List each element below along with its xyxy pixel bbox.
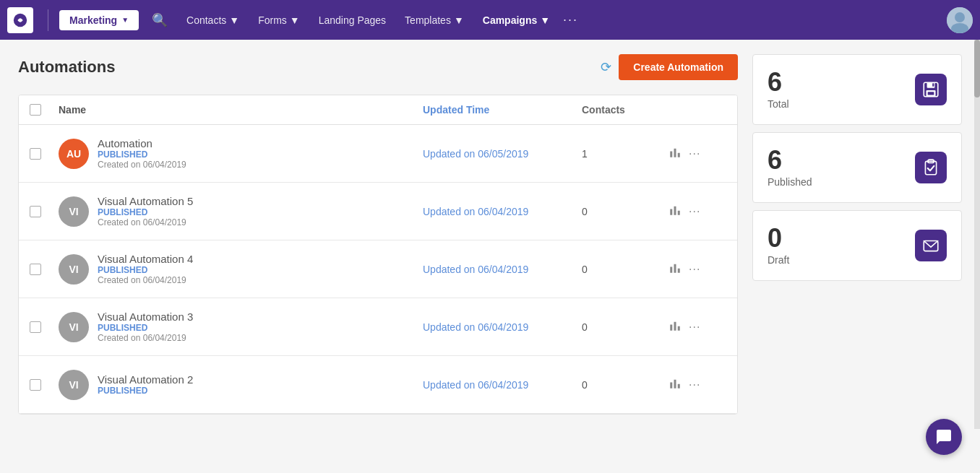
more-options-icon-4[interactable]: ··· xyxy=(689,378,700,391)
col-contacts-header: Contacts xyxy=(582,104,669,116)
row-status-4: PUBLISHED xyxy=(98,386,193,396)
table-body: AU Automation PUBLISHED Created on 06/04… xyxy=(19,125,737,414)
stat-total-icon xyxy=(915,74,947,105)
row-contacts-1: 0 xyxy=(582,206,669,217)
row-updated-0: Updated on 06/05/2019 xyxy=(423,148,582,160)
more-options-icon-0[interactable]: ··· xyxy=(689,147,700,160)
svg-rect-8 xyxy=(674,206,676,214)
row-updated-2: Updated on 06/04/2019 xyxy=(423,264,582,275)
svg-rect-18 xyxy=(678,383,680,388)
row-avatar-0: AU xyxy=(59,139,89,169)
select-all-checkbox[interactable] xyxy=(30,104,41,116)
nav-more-icon[interactable]: ··· xyxy=(563,12,578,27)
stat-draft-card: 0 Draft xyxy=(752,210,962,281)
bar-chart-icon-2[interactable] xyxy=(669,261,682,277)
row-checkbox-3[interactable] xyxy=(30,321,41,333)
svg-rect-5 xyxy=(674,148,676,157)
row-name-4: Visual Automation 2 xyxy=(98,373,193,386)
campaigns-chevron-icon: ▼ xyxy=(540,14,550,26)
row-name-block-3: VI Visual Automation 3 PUBLISHED Created… xyxy=(59,311,423,343)
svg-rect-13 xyxy=(670,324,672,330)
nav-templates[interactable]: Templates ▼ xyxy=(399,10,470,30)
row-name-block-0: AU Automation PUBLISHED Created on 06/04… xyxy=(59,137,423,170)
bar-chart-icon-0[interactable] xyxy=(669,146,682,162)
row-name-0: Automation xyxy=(98,137,186,149)
more-options-icon-3[interactable]: ··· xyxy=(689,321,700,334)
nav-contacts[interactable]: Contacts ▼ xyxy=(181,10,245,30)
stat-published-card: 6 Published xyxy=(752,132,962,203)
row-checkbox-1[interactable] xyxy=(30,206,41,217)
bar-chart-icon-3[interactable] xyxy=(669,319,682,335)
row-checkbox-4[interactable] xyxy=(30,379,41,391)
refresh-icon: ⟳ xyxy=(601,60,611,74)
col-updated-header[interactable]: Updated Time xyxy=(423,104,582,116)
forms-chevron-icon: ▼ xyxy=(290,14,300,26)
search-icon[interactable]: 🔍 xyxy=(152,12,168,28)
marketing-label: Marketing xyxy=(69,14,117,26)
row-avatar-4: VI xyxy=(59,370,89,400)
stat-draft-left: 0 Draft xyxy=(768,225,789,266)
avatar[interactable] xyxy=(947,7,973,33)
col-name-header: Name xyxy=(59,104,423,116)
row-name-block-2: VI Visual Automation 4 PUBLISHED Created… xyxy=(59,253,423,285)
topnav: Marketing ▼ 🔍 Contacts ▼ Forms ▼ Landing… xyxy=(0,0,980,40)
left-panel: Automations ⟳ Create Automation Name Upd… xyxy=(18,54,738,415)
contacts-chevron-icon: ▼ xyxy=(229,14,239,26)
svg-rect-10 xyxy=(670,266,672,272)
stat-total-value: 6 xyxy=(768,69,789,95)
row-status-3: PUBLISHED xyxy=(98,323,193,333)
table-row: AU Automation PUBLISHED Created on 06/04… xyxy=(19,125,737,183)
row-name-2: Visual Automation 4 xyxy=(98,253,193,265)
automations-table: Name Updated Time Contacts AU Automation… xyxy=(18,95,738,415)
svg-rect-14 xyxy=(674,321,676,330)
svg-rect-6 xyxy=(678,152,680,157)
row-status-2: PUBLISHED xyxy=(98,265,193,275)
templates-chevron-icon: ▼ xyxy=(454,14,464,26)
scrollbar-thumb[interactable] xyxy=(974,40,980,97)
table-row: VI Visual Automation 5 PUBLISHED Created… xyxy=(19,183,737,240)
row-contacts-0: 1 xyxy=(582,148,669,160)
marketing-dropdown-button[interactable]: Marketing ▼ xyxy=(59,10,139,30)
stat-total-card: 6 Total xyxy=(752,54,962,125)
nav-landing-pages[interactable]: Landing Pages xyxy=(313,10,392,30)
row-checkbox-0[interactable] xyxy=(30,148,41,160)
row-avatar-1: VI xyxy=(59,196,89,227)
table-header: Name Updated Time Contacts xyxy=(19,95,737,125)
row-name-block-1: VI Visual Automation 5 PUBLISHED Created… xyxy=(59,195,423,227)
svg-rect-11 xyxy=(674,264,676,272)
row-updated-3: Updated on 06/04/2019 xyxy=(423,321,582,333)
row-created-0: Created on 06/04/2019 xyxy=(98,160,186,170)
row-avatar-3: VI xyxy=(59,312,89,342)
nav-forms[interactable]: Forms ▼ xyxy=(252,10,306,30)
svg-rect-16 xyxy=(670,382,672,388)
stat-draft-value: 0 xyxy=(768,225,789,251)
row-created-3: Created on 06/04/2019 xyxy=(98,333,193,343)
nav-campaigns[interactable]: Campaigns ▼ xyxy=(477,10,556,30)
svg-rect-17 xyxy=(674,379,676,388)
row-checkbox-2[interactable] xyxy=(30,264,41,275)
table-row: VI Visual Automation 2 PUBLISHED Updated… xyxy=(19,356,737,414)
logo xyxy=(7,7,33,33)
row-updated-4: Updated on 06/04/2019 xyxy=(423,379,582,391)
nav-divider xyxy=(48,9,48,31)
create-automation-button[interactable]: Create Automation xyxy=(619,54,738,80)
refresh-button[interactable]: ⟳ xyxy=(601,59,611,75)
right-panel: 6 Total 6 Publ xyxy=(752,54,962,415)
stat-published-value: 6 xyxy=(768,147,812,173)
bar-chart-icon-4[interactable] xyxy=(669,377,682,393)
more-options-icon-1[interactable]: ··· xyxy=(689,205,700,218)
row-status-0: PUBLISHED xyxy=(98,149,186,160)
row-contacts-2: 0 xyxy=(582,264,669,275)
svg-rect-22 xyxy=(928,92,934,95)
stat-published-icon xyxy=(915,152,947,183)
row-name-3: Visual Automation 3 xyxy=(98,311,193,323)
row-avatar-2: VI xyxy=(59,254,89,285)
stat-total-label: Total xyxy=(768,98,789,110)
bar-chart-icon-1[interactable] xyxy=(669,204,682,220)
main-content: Automations ⟳ Create Automation Name Upd… xyxy=(0,40,980,429)
page-title: Automations xyxy=(18,58,115,77)
stat-published-left: 6 Published xyxy=(768,147,812,188)
row-created-2: Created on 06/04/2019 xyxy=(98,275,193,285)
more-options-icon-2[interactable]: ··· xyxy=(689,263,700,276)
header-actions: ⟳ Create Automation xyxy=(601,54,738,80)
